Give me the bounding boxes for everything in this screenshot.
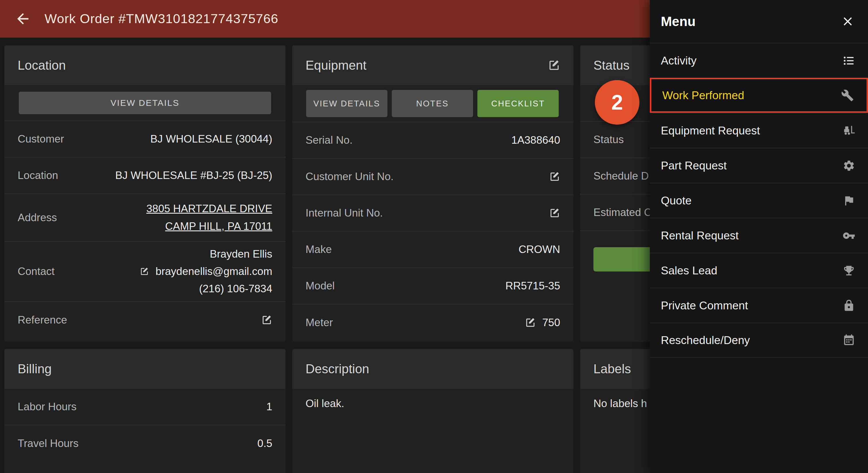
row-labor-hours: Labor Hours 1 [4,389,286,425]
description-text: Oil leak. [292,389,574,418]
address-label: Address [18,212,57,224]
forklift-icon [842,124,855,137]
location-value: BJ WHOLESALE #BJ-25 (BJ-25) [115,169,272,181]
labels-card-title: Labels [593,362,631,376]
equipment-buttons: VIEW DETAILS NOTES CHECKLIST [292,85,574,122]
equipment-view-details-button[interactable]: VIEW DETAILS [306,90,388,117]
equipment-checklist-button[interactable]: CHECKLIST [477,90,559,117]
card-equipment: Equipment VIEW DETAILS NOTES CHECKLIST S… [292,45,574,342]
row-location: Location BJ WHOLESALE #BJ-25 (BJ-25) [4,158,286,194]
menu-item-part-request[interactable]: Part Request [650,148,868,183]
row-model: Model RR5715-35 [292,268,574,304]
meter-value-group: 750 [525,316,560,329]
make-label: Make [306,243,332,256]
card-billing: Billing Labor Hours 1 Travel Hours 0.5 [4,349,286,473]
row-contact: Contact Brayden Ellis braydenellis@gmail… [4,242,286,302]
close-icon[interactable] [841,14,855,28]
address-line1[interactable]: 3805 HARTZDALE DRIVE [146,202,272,216]
schedule-date-label: Schedule D [593,170,649,182]
edit-icon[interactable] [525,317,536,328]
customer-value: BJ WHOLESALE (30044) [150,133,272,145]
wrench-icon [841,89,854,102]
menu-item-activity[interactable]: Activity [650,43,868,78]
customer-label: Customer [18,133,64,145]
travel-hours-label: Travel Hours [18,437,79,449]
row-reference: Reference [4,302,286,338]
card-location: Location VIEW DETAILS Customer BJ WHOLES… [4,45,286,342]
edit-icon[interactable] [548,59,560,71]
menu-item-label: Activity [661,54,697,67]
contact-name: Brayden Ellis [210,247,272,261]
description-card-title: Description [306,362,369,376]
location-label: Location [18,169,58,181]
card-description: Description Oil leak. [292,349,574,473]
menu-item-work-performed[interactable]: Work Performed [650,78,868,113]
row-customer-unit: Customer Unit No. [292,159,574,195]
location-view-details-area: VIEW DETAILS [4,85,286,121]
menu-item-label: Sales Lead [661,264,717,277]
contact-phone: (216) 106-7834 [199,282,272,296]
travel-hours-value: 0.5 [257,437,272,449]
estimated-label: Estimated C [593,206,652,218]
edit-icon[interactable] [140,267,149,276]
menu-item-quote[interactable]: Quote [650,183,868,218]
location-view-details-button[interactable]: VIEW DETAILS [19,92,271,114]
equipment-notes-button[interactable]: NOTES [392,90,473,117]
customer-unit-label: Customer Unit No. [306,171,394,183]
edit-icon[interactable] [549,208,560,218]
list-icon [842,54,855,67]
calendar-icon [842,334,855,347]
annotation-step-badge: 2 [595,80,640,125]
meter-label: Meter [306,316,333,329]
flag-icon [842,194,855,207]
menu-item-private-comment[interactable]: Private Comment [650,288,868,323]
menu-item-label: Rental Request [661,229,739,242]
menu-item-equipment-request[interactable]: Equipment Request [650,113,868,148]
status-card-title: Status [593,58,629,73]
trophy-icon [842,264,855,277]
menu-item-label: Quote [661,194,691,207]
reference-label: Reference [18,314,67,326]
gear-icon [842,159,855,172]
menu-item-reschedule-deny[interactable]: Reschedule/Deny [650,323,868,358]
row-customer: Customer BJ WHOLESALE (30044) [4,121,286,158]
menu-item-label: Private Comment [661,299,748,312]
back-arrow-icon[interactable] [14,10,31,27]
lock-icon [842,299,855,312]
model-value: RR5715-35 [505,280,560,292]
equipment-card-title: Equipment [306,58,366,73]
contact-email[interactable]: braydenellis@gmail.com [155,265,272,278]
menu-item-label: Part Request [661,159,727,172]
labor-hours-label: Labor Hours [18,401,77,413]
address-link[interactable]: 3805 HARTZDALE DRIVE CAMP HILL, PA 17011 [146,202,272,233]
row-travel-hours: Travel Hours 0.5 [4,425,286,462]
contact-label: Contact [18,265,55,277]
row-address: Address 3805 HARTZDALE DRIVE CAMP HILL, … [4,194,286,242]
contact-email-row[interactable]: braydenellis@gmail.com [140,265,272,278]
menu-title: Menu [661,13,695,29]
location-card-title: Location [18,58,66,73]
menu-item-rental-request[interactable]: Rental Request [650,218,868,253]
page-title: Work Order #TMW3101821774375766 [44,11,278,26]
serial-label: Serial No. [306,134,352,146]
menu-item-label: Reschedule/Deny [661,334,750,347]
row-make: Make CROWN [292,232,574,268]
contact-value: Brayden Ellis braydenellis@gmail.com (21… [140,247,272,296]
address-line2[interactable]: CAMP HILL, PA 17011 [165,219,272,233]
model-label: Model [306,280,335,292]
menu-item-label: Work Performed [662,89,744,102]
meter-value: 750 [542,316,560,329]
status-status-label: Status [593,134,624,146]
billing-card-title: Billing [18,362,52,376]
menu-item-sales-lead[interactable]: Sales Lead [650,253,868,288]
row-serial-no: Serial No. 1A388640 [292,122,574,159]
menu-item-label: Equipment Request [661,124,760,137]
labor-hours-value: 1 [266,401,272,413]
edit-icon[interactable] [261,314,272,326]
edit-icon[interactable] [549,171,560,182]
make-value: CROWN [519,243,560,256]
internal-unit-label: Internal Unit No. [306,207,383,219]
serial-value: 1A388640 [511,134,560,146]
key-icon [842,229,855,242]
row-internal-unit: Internal Unit No. [292,195,574,232]
